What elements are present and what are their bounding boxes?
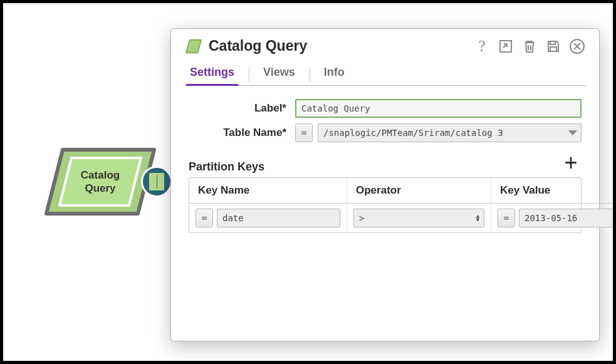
col-operator: Operator [347,178,491,204]
pipeline-canvas: Catalog Query [44,147,157,216]
snap-settings-dialog: Catalog Query ? [170,28,600,341]
snap-node-catalog-query[interactable]: Catalog Query [44,147,157,216]
expression-toggle[interactable]: = [196,209,213,227]
partition-keys-table: Key Name Operator Key Value − = ▲▼ = [189,177,582,233]
table-name-input[interactable] [318,123,582,142]
table-row: = [491,204,616,232]
save-icon[interactable] [545,38,561,55]
tab-info[interactable]: Info [320,63,349,85]
expression-toggle[interactable]: = [498,209,515,227]
table-row: ▲▼ [347,204,491,232]
svg-rect-3 [500,41,511,52]
expression-toggle[interactable]: = [295,123,313,142]
add-row-button[interactable]: + [560,152,582,174]
operator-select[interactable] [353,209,484,227]
col-key-name: Key Name [189,178,347,204]
key-value-input[interactable] [519,209,616,227]
help-icon[interactable]: ? [474,38,490,55]
tab-settings[interactable]: Settings [186,63,239,86]
dialog-title: Catalog Query [209,38,307,55]
table-row: = [189,204,347,232]
tabs: Settings Views Info [185,60,585,86]
label-caption: Label* [189,102,295,115]
snap-output-connector[interactable] [141,166,172,197]
key-name-input[interactable] [217,209,340,227]
trash-icon[interactable] [521,38,538,55]
table-name-caption: Table Name* [189,127,295,139]
document-icon [149,173,164,190]
partition-keys-heading: Partition Keys [189,160,264,174]
col-key-value: Key Value [491,178,616,204]
tab-views[interactable]: Views [259,63,300,85]
snap-type-icon [185,38,202,55]
svg-marker-2 [186,39,201,53]
snap-node-label: Catalog Query [44,147,157,216]
close-icon[interactable] [569,38,585,55]
export-icon[interactable] [498,38,514,55]
label-input[interactable] [295,99,582,118]
